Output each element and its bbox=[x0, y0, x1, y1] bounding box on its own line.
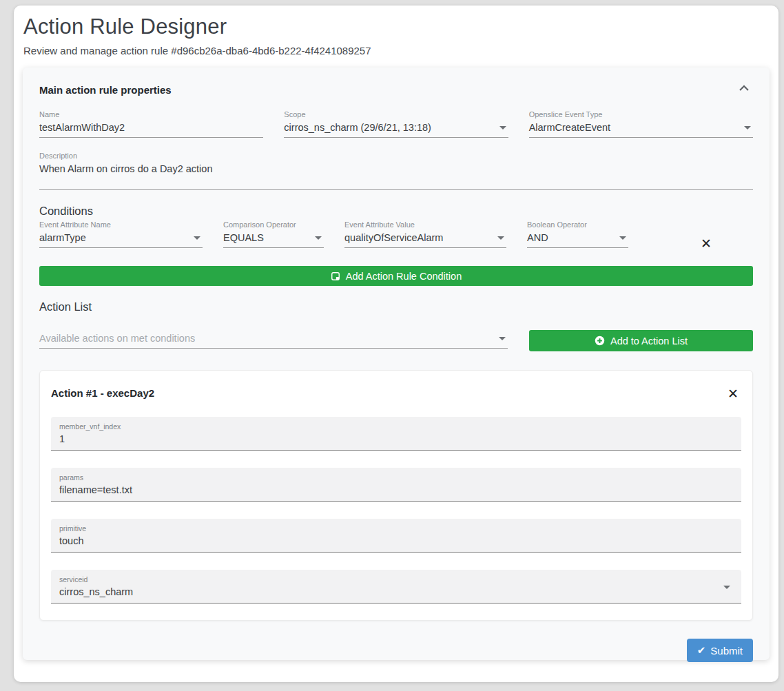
description-input[interactable]: When Alarm on cirros do a Day2 action bbox=[39, 163, 753, 185]
add-to-action-list-button[interactable]: Add to Action List bbox=[529, 330, 753, 351]
close-icon: ✕ bbox=[728, 386, 739, 401]
submit-label: Submit bbox=[710, 645, 743, 657]
event-type-label: Openslice Event Type bbox=[529, 110, 753, 118]
event-attribute-value-value: qualityOfServiceAlarm bbox=[344, 232, 506, 243]
chevron-down-icon bbox=[194, 236, 200, 240]
action-list-title: Action List bbox=[39, 300, 753, 313]
event-type-select[interactable]: Openslice Event Type AlarmCreateEvent bbox=[529, 110, 753, 138]
main-card-title: Main action rule properties bbox=[39, 83, 172, 96]
main-card: Main action rule properties Name testAla… bbox=[23, 68, 770, 660]
params-input[interactable]: filename=test.txt bbox=[59, 484, 733, 495]
chevron-down-icon bbox=[499, 126, 506, 130]
event-attribute-name-value: alarmType bbox=[39, 232, 203, 243]
page-header: Action Rule Designer Review and manage a… bbox=[14, 6, 778, 56]
comparison-operator-value: EQUALS bbox=[223, 232, 324, 243]
available-actions-select[interactable]: Available actions on met conditions bbox=[39, 333, 508, 349]
available-actions-placeholder: Available actions on met conditions bbox=[39, 333, 508, 344]
chevron-down-icon bbox=[315, 236, 322, 240]
serviceid-value: cirros_ns_charm bbox=[59, 586, 733, 597]
submit-button[interactable]: ✔ Submit bbox=[687, 639, 753, 662]
chevron-down-icon bbox=[744, 126, 751, 130]
chevron-down-icon bbox=[619, 236, 626, 240]
boolean-operator-value: AND bbox=[527, 232, 628, 243]
description-field[interactable]: Description When Alarm on cirros do a Da… bbox=[39, 152, 753, 190]
event-attribute-name-select[interactable]: Event Attribute Name alarmType bbox=[39, 220, 203, 248]
member-vnf-index-field[interactable]: member_vnf_index 1 bbox=[51, 417, 741, 451]
conditions-title: Conditions bbox=[39, 205, 753, 218]
description-label: Description bbox=[39, 152, 753, 160]
chevron-down-icon bbox=[499, 337, 506, 340]
boolean-operator-label: Boolean Operator bbox=[527, 220, 628, 229]
page-container: Action Rule Designer Review and manage a… bbox=[14, 6, 778, 682]
event-attribute-name-label: Event Attribute Name bbox=[39, 220, 203, 229]
action-card-title: Action #1 - execDay2 bbox=[51, 382, 154, 399]
scope-label: Scope bbox=[284, 110, 508, 118]
name-label: Name bbox=[39, 110, 263, 118]
condition-row: Event Attribute Name alarmType Compariso… bbox=[39, 220, 753, 251]
remove-action-button[interactable]: ✕ bbox=[726, 386, 740, 402]
event-type-value: AlarmCreateEvent bbox=[529, 122, 753, 133]
event-attribute-value-select[interactable]: Event Attribute Value qualityOfServiceAl… bbox=[344, 220, 506, 248]
chevron-down-icon bbox=[497, 236, 504, 240]
page-subtitle: Review and manage action rule #d96cb26a-… bbox=[23, 45, 769, 56]
primitive-label: primitive bbox=[59, 524, 733, 533]
scope-select[interactable]: Scope cirros_ns_charm (29/6/21, 13:18) bbox=[284, 110, 508, 138]
close-icon: ✕ bbox=[701, 236, 712, 251]
add-to-action-list-label: Add to Action List bbox=[610, 336, 688, 347]
serviceid-select[interactable]: serviceid cirros_ns_charm bbox=[51, 570, 741, 604]
add-condition-label: Add Action Rule Condition bbox=[346, 271, 462, 282]
journal-add-icon bbox=[331, 271, 340, 281]
check-icon: ✔ bbox=[697, 644, 706, 657]
member-vnf-index-label: member_vnf_index bbox=[59, 422, 733, 431]
params-field[interactable]: params filename=test.txt bbox=[51, 468, 741, 502]
collapse-panel-button[interactable] bbox=[736, 83, 752, 94]
chevron-up-icon bbox=[738, 84, 750, 92]
scope-value: cirros_ns_charm (29/6/21, 13:18) bbox=[284, 122, 508, 133]
params-label: params bbox=[59, 473, 733, 482]
name-input[interactable]: testAlarmWithDay2 bbox=[39, 122, 263, 133]
action-card: Action #1 - execDay2 ✕ member_vnf_index … bbox=[39, 370, 753, 621]
member-vnf-index-input[interactable]: 1 bbox=[59, 433, 733, 444]
boolean-operator-select[interactable]: Boolean Operator AND bbox=[527, 220, 628, 248]
page-title: Action Rule Designer bbox=[23, 14, 769, 39]
comparison-operator-select[interactable]: Comparison Operator EQUALS bbox=[223, 220, 324, 248]
primitive-input[interactable]: touch bbox=[59, 535, 733, 546]
name-field[interactable]: Name testAlarmWithDay2 bbox=[39, 110, 263, 138]
comparison-operator-label: Comparison Operator bbox=[223, 220, 324, 229]
add-condition-button[interactable]: Add Action Rule Condition bbox=[39, 266, 753, 286]
serviceid-label: serviceid bbox=[59, 575, 733, 584]
plus-circle-icon bbox=[595, 336, 605, 346]
event-attribute-value-label: Event Attribute Value bbox=[344, 220, 506, 229]
chevron-down-icon bbox=[723, 586, 730, 589]
remove-condition-button[interactable]: ✕ bbox=[699, 236, 713, 251]
primitive-field[interactable]: primitive touch bbox=[51, 519, 741, 553]
